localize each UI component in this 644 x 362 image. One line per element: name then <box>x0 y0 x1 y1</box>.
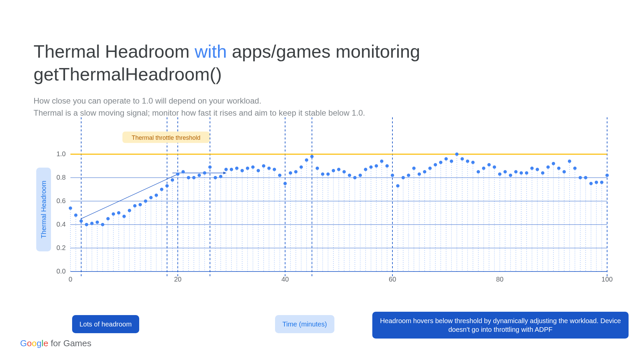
svg-point-178 <box>455 153 459 156</box>
svg-point-64 <box>149 196 153 199</box>
svg-point-168 <box>428 167 432 170</box>
svg-point-122 <box>305 159 308 162</box>
svg-point-204 <box>525 171 528 175</box>
svg-point-100 <box>246 167 249 170</box>
svg-point-138 <box>348 174 351 177</box>
svg-point-84 <box>203 171 206 175</box>
svg-point-170 <box>434 163 437 167</box>
svg-point-76 <box>181 170 185 174</box>
svg-point-144 <box>364 168 367 171</box>
svg-point-234 <box>605 174 609 177</box>
svg-point-34 <box>69 206 72 210</box>
svg-point-80 <box>192 176 196 179</box>
svg-point-158 <box>401 176 405 179</box>
svg-point-196 <box>503 170 507 174</box>
svg-point-70 <box>165 184 169 188</box>
svg-point-206 <box>530 167 534 170</box>
chart: 0.00.20.40.60.81.0020406080100Thermal He… <box>34 131 610 292</box>
title-before: Thermal Headroom <box>34 41 195 61</box>
svg-point-148 <box>375 164 378 168</box>
svg-point-68 <box>160 188 163 191</box>
svg-text:20: 20 <box>174 276 181 283</box>
svg-point-120 <box>300 166 303 169</box>
svg-text:0.4: 0.4 <box>56 221 66 228</box>
svg-point-134 <box>337 168 340 171</box>
svg-point-60 <box>139 203 142 206</box>
page-title: Thermal Headroom with apps/games monitor… <box>34 40 610 85</box>
svg-point-74 <box>176 173 179 176</box>
svg-text:1.0: 1.0 <box>56 150 66 158</box>
svg-point-104 <box>257 169 260 172</box>
svg-point-182 <box>466 160 469 163</box>
svg-point-48 <box>106 217 110 221</box>
svg-point-166 <box>423 170 426 174</box>
svg-text:Thermal Headroom: Thermal Headroom <box>40 181 47 238</box>
svg-point-230 <box>595 181 598 184</box>
svg-point-82 <box>198 174 201 177</box>
svg-point-136 <box>342 170 346 174</box>
svg-point-124 <box>310 155 314 158</box>
svg-point-72 <box>171 178 174 182</box>
svg-text:80: 80 <box>496 276 503 283</box>
title-accent: with <box>195 41 227 61</box>
svg-point-142 <box>359 174 362 177</box>
svg-point-164 <box>418 173 421 176</box>
svg-point-210 <box>541 171 544 175</box>
svg-point-52 <box>117 211 120 215</box>
svg-point-192 <box>493 166 496 169</box>
svg-point-190 <box>487 163 491 167</box>
svg-point-226 <box>584 176 587 179</box>
subtitle: How close you can operate to 1.0 will de… <box>34 95 610 119</box>
svg-point-232 <box>600 181 603 184</box>
chart-svg: 0.00.20.40.60.81.0020406080100Thermal He… <box>34 131 610 292</box>
svg-text:0.0: 0.0 <box>56 267 66 275</box>
svg-point-222 <box>573 167 577 170</box>
svg-point-96 <box>235 167 238 170</box>
svg-point-88 <box>214 176 217 179</box>
svg-point-62 <box>144 199 147 203</box>
svg-point-58 <box>133 204 137 207</box>
svg-point-220 <box>568 160 571 163</box>
svg-point-150 <box>380 160 383 163</box>
svg-point-132 <box>332 169 335 172</box>
svg-point-208 <box>536 168 539 171</box>
svg-point-176 <box>450 160 453 163</box>
svg-point-160 <box>407 174 410 177</box>
x-axis-label: Time (minutes) <box>275 315 334 333</box>
svg-point-106 <box>262 164 265 168</box>
svg-point-108 <box>267 167 271 170</box>
svg-point-202 <box>520 171 523 175</box>
svg-point-112 <box>278 174 281 177</box>
svg-point-194 <box>498 173 501 176</box>
svg-point-90 <box>219 175 222 178</box>
svg-point-188 <box>482 167 485 170</box>
svg-point-212 <box>546 166 550 169</box>
svg-point-92 <box>224 168 228 171</box>
svg-text:0.6: 0.6 <box>56 197 66 204</box>
svg-point-146 <box>369 166 373 169</box>
svg-text:60: 60 <box>389 276 396 283</box>
svg-point-54 <box>122 215 126 218</box>
svg-point-94 <box>230 168 233 171</box>
svg-point-156 <box>396 184 399 188</box>
svg-point-172 <box>439 161 442 164</box>
svg-text:40: 40 <box>281 276 289 283</box>
svg-point-78 <box>187 176 190 179</box>
svg-point-198 <box>509 174 512 177</box>
svg-point-98 <box>240 169 244 172</box>
svg-point-174 <box>444 157 448 161</box>
svg-point-200 <box>514 170 518 174</box>
svg-point-152 <box>385 164 389 168</box>
footer-logo: Google for Games <box>20 338 92 349</box>
svg-text:100: 100 <box>601 276 612 283</box>
svg-point-46 <box>101 223 104 226</box>
svg-point-128 <box>321 173 324 176</box>
svg-point-224 <box>579 176 582 179</box>
svg-point-184 <box>471 161 475 164</box>
svg-point-114 <box>283 182 287 185</box>
svg-point-44 <box>96 221 99 224</box>
svg-point-218 <box>562 170 566 174</box>
svg-point-228 <box>589 182 593 185</box>
subtitle-line2: Thermal is a slow moving signal; monitor… <box>34 107 610 119</box>
svg-point-116 <box>289 171 292 175</box>
